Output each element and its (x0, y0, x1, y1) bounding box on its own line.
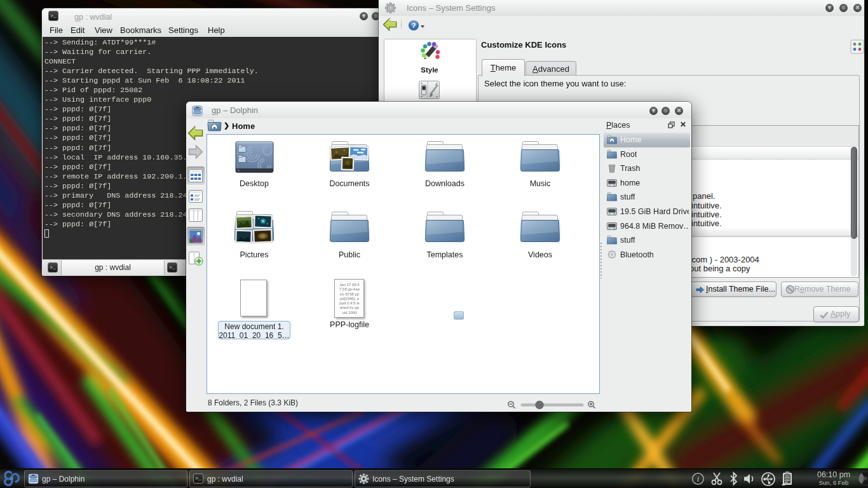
svg-text:i: i (697, 474, 700, 484)
svg-text:?: ? (412, 22, 416, 29)
